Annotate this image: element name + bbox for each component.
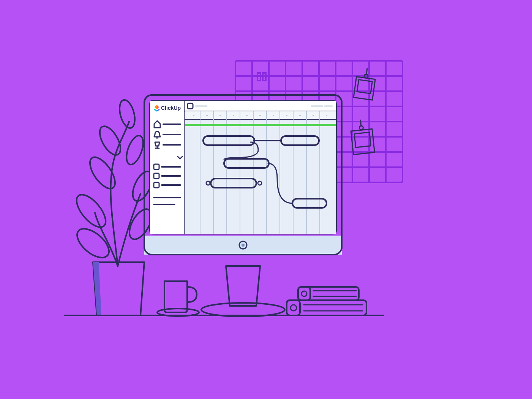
svg-point-70 (313, 115, 314, 116)
svg-rect-90 (298, 287, 310, 300)
svg-point-71 (326, 115, 327, 116)
books (287, 287, 366, 315)
svg-line-26 (360, 120, 361, 126)
monitor-stand (201, 266, 285, 317)
app-window: ClickUp (150, 101, 336, 234)
svg-point-62 (206, 115, 208, 116)
gantt-area (185, 101, 336, 234)
svg-point-35 (201, 303, 285, 317)
svg-point-39 (242, 244, 245, 247)
svg-rect-85 (287, 300, 300, 315)
svg-point-63 (219, 115, 221, 116)
svg-point-68 (286, 115, 287, 116)
svg-point-29 (123, 133, 146, 166)
brand-name: ClickUp (161, 105, 181, 111)
svg-rect-84 (287, 300, 366, 315)
svg-point-69 (299, 115, 301, 116)
coffee-mug (157, 281, 199, 316)
svg-point-65 (246, 115, 248, 116)
svg-point-66 (259, 115, 261, 116)
plant-decoration (71, 98, 156, 315)
svg-point-91 (302, 291, 307, 296)
progress-line (185, 124, 336, 126)
svg-line-22 (366, 68, 367, 74)
svg-point-32 (71, 190, 111, 232)
svg-point-86 (290, 305, 297, 311)
svg-point-67 (273, 115, 274, 116)
svg-point-61 (193, 115, 194, 116)
svg-point-64 (233, 115, 234, 116)
